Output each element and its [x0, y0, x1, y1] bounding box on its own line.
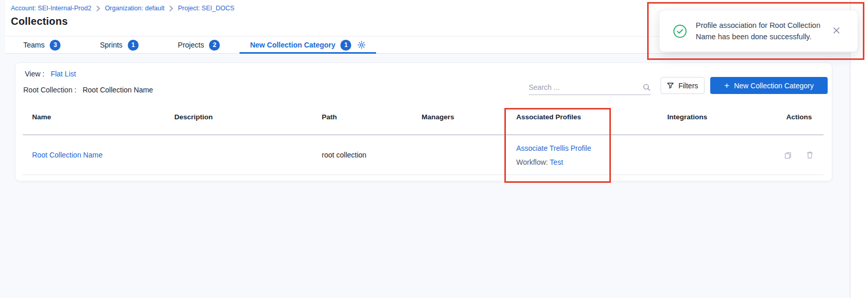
tab-label: Projects	[178, 41, 204, 49]
new-collection-category-button-label: New Collection Category	[734, 82, 814, 90]
delete-button[interactable]	[805, 150, 814, 160]
search-field	[529, 80, 651, 95]
trash-icon	[805, 150, 814, 160]
tab-count-badge: 2	[209, 40, 220, 51]
collections-page: Account: SEI-Internal-Prod2 Organization…	[0, 0, 868, 298]
tab-count-badge: 3	[50, 40, 61, 51]
workflow-label: Workflow:	[516, 158, 548, 166]
plus-icon: +	[724, 81, 729, 90]
associate-trellis-profile-link[interactable]: Associate Trellis Profile	[516, 144, 667, 152]
tab-count-badge: 1	[128, 40, 139, 51]
toast-message: Profile association for Root Collection …	[696, 20, 828, 42]
collection-name-link[interactable]: Root Collection Name	[32, 151, 102, 159]
view-flat-list-link[interactable]: Flat List	[51, 70, 76, 78]
column-header-path: Path	[322, 113, 422, 121]
success-check-icon	[673, 24, 687, 38]
toast-message-line2: Name has been done successfully.	[696, 31, 828, 42]
table-row-divider	[23, 175, 824, 175]
workflow-test-link[interactable]: Test	[550, 158, 563, 166]
view-label: View :	[25, 70, 44, 78]
filters-button-label: Filters	[678, 82, 698, 90]
root-collection-value: Root Collection Name	[83, 86, 153, 94]
success-toast: Profile association for Root Collection …	[660, 10, 858, 52]
column-header-associated-profiles: Associated Profiles	[516, 113, 667, 121]
tab-projects[interactable]: Projects 2	[158, 37, 240, 53]
close-icon	[833, 27, 840, 34]
tab-label: New Collection Category	[250, 41, 335, 49]
tab-count-badge: 1	[340, 40, 351, 51]
column-header-actions: Actions	[786, 113, 824, 121]
filter-funnel-icon	[667, 82, 674, 89]
chevron-right-icon	[96, 6, 100, 11]
cell-path: root collection	[322, 151, 422, 159]
filters-button[interactable]: Filters	[661, 77, 705, 94]
breadcrumb-organization-link[interactable]: Organization: default	[105, 5, 164, 12]
search-icon[interactable]	[642, 83, 651, 91]
tab-new-collection-category[interactable]: New Collection Category 1	[240, 37, 376, 53]
workflow-line: Workflow: Test	[516, 158, 667, 166]
cell-associated-profiles: Associate Trellis Profile Workflow: Test	[516, 135, 667, 175]
gear-icon[interactable]	[357, 41, 366, 49]
tab-sprints[interactable]: Sprints 1	[80, 37, 158, 53]
tab-label: Teams	[23, 41, 44, 49]
column-header-integrations: Integrations	[667, 113, 786, 121]
tab-label: Sprints	[100, 41, 123, 49]
breadcrumb-project-link[interactable]: Project: SEI_DOCS	[178, 5, 234, 12]
column-header-managers: Managers	[422, 113, 516, 121]
toast-close-button[interactable]	[833, 27, 840, 34]
content-card: View : Flat List Root Collection : Root …	[16, 63, 832, 181]
chevron-right-icon	[169, 6, 173, 11]
breadcrumb-account-link[interactable]: Account: SEI-Internal-Prod2	[11, 5, 92, 12]
column-header-name: Name	[23, 113, 174, 121]
copy-icon	[783, 150, 792, 160]
column-header-description: Description	[174, 113, 322, 121]
copy-button[interactable]	[783, 150, 792, 160]
search-input[interactable]	[529, 83, 642, 91]
toast-message-line1: Profile association for Root Collection	[696, 20, 828, 31]
new-collection-category-button[interactable]: + New Collection Category	[710, 77, 828, 94]
tab-teams[interactable]: Teams 3	[23, 37, 80, 53]
table-header-row: Name Description Path Managers Associate…	[23, 113, 824, 121]
root-collection-label: Root Collection :	[23, 86, 77, 94]
view-selector: View : Flat List	[25, 70, 76, 78]
root-collection-line: Root Collection : Root Collection Name	[23, 86, 153, 94]
page-title: Collections	[11, 15, 68, 27]
breadcrumb: Account: SEI-Internal-Prod2 Organization…	[11, 5, 234, 12]
table-row: Root Collection Name root collection Ass…	[23, 135, 824, 175]
cell-actions	[783, 150, 824, 160]
